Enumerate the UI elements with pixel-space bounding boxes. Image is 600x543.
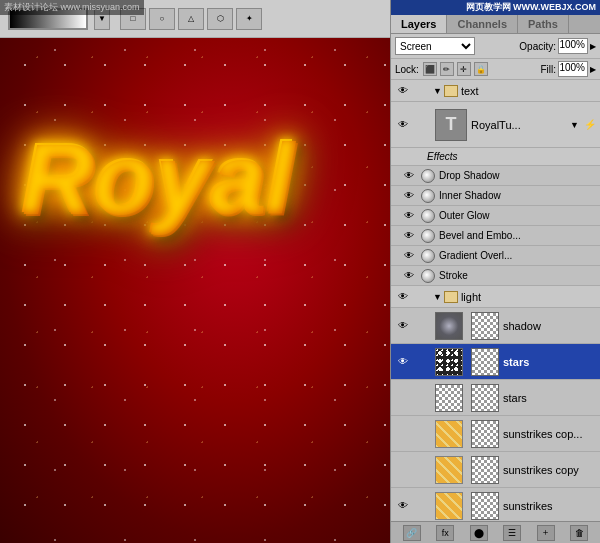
effect-icon-drop-shadow xyxy=(421,169,435,183)
layer-group-text-name: text xyxy=(461,85,596,97)
layer-btn-5[interactable]: ✦ xyxy=(236,8,262,30)
eye-icon-inner-shadow[interactable]: 👁 xyxy=(401,188,417,204)
opacity-label: Opacity: xyxy=(519,41,556,52)
link-slot-sunstrikes-cop xyxy=(413,426,429,442)
effect-name-stroke: Stroke xyxy=(439,270,468,281)
link-slot-stars-2 xyxy=(413,390,429,406)
tab-paths[interactable]: Paths xyxy=(518,15,569,33)
layer-stars-2-name: stars xyxy=(503,392,596,404)
lock-fill-row: Lock: ⬛ ✏ ✛ 🔒 Fill: 100% ▶ xyxy=(391,59,600,80)
thumbnail-stars-1 xyxy=(435,348,463,376)
eye-icon-drop-shadow[interactable]: 👁 xyxy=(401,168,417,184)
layer-shadow[interactable]: 👁 shadow xyxy=(391,308,600,344)
fill-arrow-icon[interactable]: ▶ xyxy=(590,65,596,74)
eye-icon-shadow[interactable]: 👁 xyxy=(395,318,411,334)
layer-stars-2[interactable]: stars xyxy=(391,380,600,416)
effect-name-outer-glow: Outer Glow xyxy=(439,210,490,221)
layer-sunstrikes[interactable]: 👁 sunstrikes xyxy=(391,488,600,521)
thumbnail-sunstrikes xyxy=(435,492,463,520)
tab-channels[interactable]: Channels xyxy=(447,15,518,33)
eye-icon-sunstrikes-cop[interactable] xyxy=(395,426,411,442)
link-slot-royaltu xyxy=(413,117,429,133)
layer-sunstrikes-copy[interactable]: sunstrikes copy xyxy=(391,452,600,488)
tab-layers[interactable]: Layers xyxy=(391,15,447,33)
eye-icon-bevel-emboss[interactable]: 👁 xyxy=(401,228,417,244)
panel-watermark: 网页教学网 WWW.WEBJX.COM xyxy=(391,0,600,15)
eye-icon-stroke[interactable]: 👁 xyxy=(401,268,417,284)
blend-mode-select[interactable]: Screen Normal Multiply xyxy=(395,37,475,55)
link-slot-light xyxy=(413,289,429,305)
eye-icon-sunstrikes[interactable]: 👁 xyxy=(395,498,411,514)
effect-name-bevel-emboss: Bevel and Embo... xyxy=(439,230,521,241)
blend-opacity-row: Screen Normal Multiply Opacity: 100% ▶ xyxy=(391,34,600,59)
eye-icon-gradient-overlay[interactable]: 👁 xyxy=(401,248,417,264)
effect-gradient-overlay[interactable]: 👁 Gradient Overl... xyxy=(391,246,600,266)
effect-name-gradient-overlay: Gradient Overl... xyxy=(439,250,512,261)
thumbnail-stars-2 xyxy=(435,384,463,412)
add-mask-icon[interactable]: ⬤ xyxy=(470,525,488,541)
link-layers-icon[interactable]: 🔗 xyxy=(403,525,421,541)
layer-stars-1-name: stars xyxy=(503,356,596,368)
thumbnail-sunstrikes-mask xyxy=(471,492,499,520)
eye-icon-text[interactable]: 👁 xyxy=(395,83,411,99)
thumbnail-royaltu: T xyxy=(435,109,467,141)
watermark-site: 素材设计论坛 www.missyuan.com xyxy=(0,0,144,15)
folder-icon-light xyxy=(444,291,458,303)
layer-stars-highlighted[interactable]: 👁 stars xyxy=(391,344,600,380)
layer-btn-2[interactable]: ○ xyxy=(149,8,175,30)
fill-control: Fill: 100% ▶ xyxy=(540,61,596,77)
link-slot-sunstrikes-copy xyxy=(413,462,429,478)
canvas-area: ▼ □ ○ △ ⬡ ✦ Royal 素材设计论坛 www.missyuan.co… xyxy=(0,0,390,543)
expand-arrow-light[interactable]: ▼ xyxy=(433,292,442,302)
add-style-icon[interactable]: fx xyxy=(436,525,454,541)
new-group-icon[interactable]: ☰ xyxy=(503,525,521,541)
lock-move-icon[interactable]: ✛ xyxy=(457,62,471,76)
effect-icon-stroke xyxy=(421,269,435,283)
effect-drop-shadow[interactable]: 👁 Drop Shadow xyxy=(391,166,600,186)
layers-list: 👁 ▼ text 👁 T RoyalTu... ▼ ⚡ xyxy=(391,80,600,521)
layer-btn-4[interactable]: ⬡ xyxy=(207,8,233,30)
expand-arrow-royaltu[interactable]: ▼ xyxy=(570,120,579,130)
layer-sunstrikes-cop[interactable]: sunstrikes cop... xyxy=(391,416,600,452)
text-layer-royaltu[interactable]: 👁 T RoyalTu... ▼ ⚡ xyxy=(391,102,600,148)
layer-group-light[interactable]: 👁 ▼ light xyxy=(391,286,600,308)
eye-icon-sunstrikes-copy[interactable] xyxy=(395,462,411,478)
opacity-arrow-icon[interactable]: ▶ xyxy=(590,42,596,51)
layer-btn-3[interactable]: △ xyxy=(178,8,204,30)
effect-bevel-emboss[interactable]: 👁 Bevel and Embo... xyxy=(391,226,600,246)
fill-label: Fill: xyxy=(540,64,556,75)
expand-arrow-text[interactable]: ▼ xyxy=(433,86,442,96)
layer-group-text[interactable]: 👁 ▼ text xyxy=(391,80,600,102)
link-slot-stars-1 xyxy=(413,354,429,370)
eye-icon-stars-1[interactable]: 👁 xyxy=(395,354,411,370)
eye-icon-royaltu[interactable]: 👁 xyxy=(395,117,411,133)
layer-group-light-name: light xyxy=(461,291,596,303)
effect-outer-glow[interactable]: 👁 Outer Glow xyxy=(391,206,600,226)
lightning-icon: ⚡ xyxy=(584,119,596,130)
text-layer-main: RoyalTu... ▼ ⚡ xyxy=(471,119,596,131)
lock-paint-icon[interactable]: ✏ xyxy=(440,62,454,76)
opacity-value[interactable]: 100% xyxy=(558,38,588,54)
eye-icon-stars-2[interactable] xyxy=(395,390,411,406)
effects-label: Effects xyxy=(427,151,458,162)
effect-icon-bevel-emboss xyxy=(421,229,435,243)
new-layer-icon[interactable]: ＋ xyxy=(537,525,555,541)
panel-bottom: 🔗 fx ⬤ ☰ ＋ 🗑 xyxy=(391,521,600,543)
link-slot-text xyxy=(413,83,429,99)
delete-layer-icon[interactable]: 🗑 xyxy=(570,525,588,541)
folder-icon-text xyxy=(444,85,458,97)
layer-shadow-name: shadow xyxy=(503,320,596,332)
thumbnail-stars-1-mask xyxy=(471,348,499,376)
lock-transparency-icon[interactable]: ⬛ xyxy=(423,62,437,76)
layer-sunstrikes-cop-name: sunstrikes cop... xyxy=(503,428,596,440)
effect-stroke[interactable]: 👁 Stroke xyxy=(391,266,600,286)
effect-inner-shadow[interactable]: 👁 Inner Shadow xyxy=(391,186,600,206)
eye-icon-outer-glow[interactable]: 👁 xyxy=(401,208,417,224)
thumbnail-sunstrikes-cop-mask xyxy=(471,420,499,448)
eye-icon-light[interactable]: 👁 xyxy=(395,289,411,305)
thumbnail-sunstrikes-copy xyxy=(435,456,463,484)
layer-sunstrikes-copy-name: sunstrikes copy xyxy=(503,464,596,476)
effect-name-drop-shadow: Drop Shadow xyxy=(439,170,500,181)
lock-all-icon[interactable]: 🔒 xyxy=(474,62,488,76)
fill-value[interactable]: 100% xyxy=(558,61,588,77)
